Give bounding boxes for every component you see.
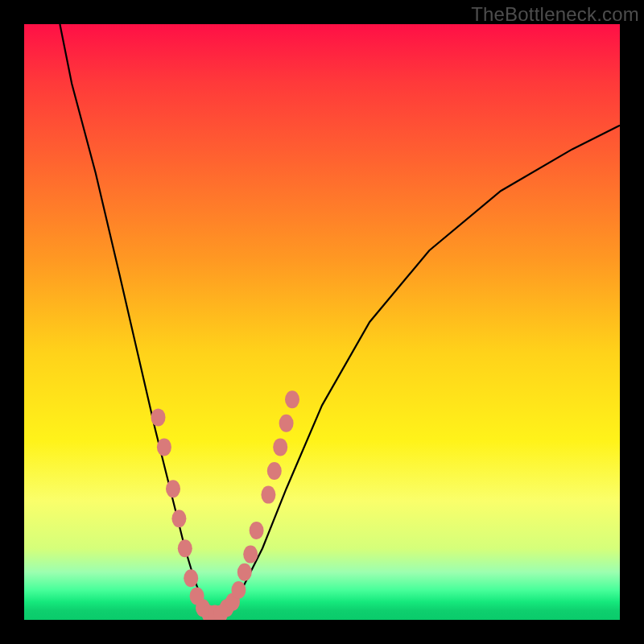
chart-frame: TheBottleneck.com [0, 0, 644, 644]
marker-dot [285, 390, 299, 408]
curve-svg [24, 24, 620, 620]
marker-dot [178, 539, 192, 557]
marker-dot [171, 510, 186, 527]
marker-dot [273, 438, 287, 456]
marker-dot [184, 569, 198, 587]
marker-dot [231, 581, 246, 599]
marker-dot [250, 522, 264, 539]
marker-dot [261, 486, 275, 504]
marker-dot [166, 480, 180, 497]
bottleneck-curve [60, 24, 620, 614]
plot-area [24, 24, 620, 620]
marker-dot [243, 546, 258, 564]
watermark-text: TheBottleneck.com [471, 3, 639, 26]
marker-dot [157, 438, 171, 456]
marker-dot [151, 408, 166, 426]
marker-dot [279, 415, 294, 432]
curve-markers [151, 390, 300, 620]
marker-dot [267, 462, 282, 480]
marker-dot [237, 564, 252, 581]
